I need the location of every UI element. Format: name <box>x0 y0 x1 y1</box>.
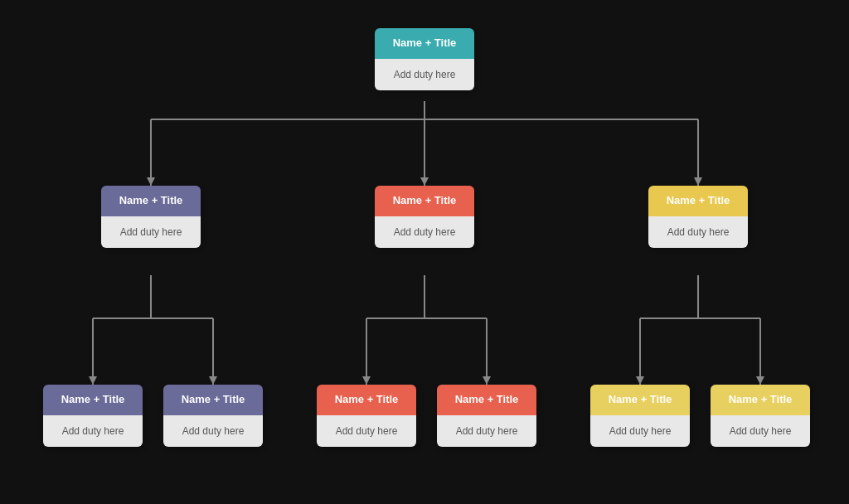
node-bot-lr[interactable]: Name + Title Add duty here <box>163 385 263 447</box>
node-root-body: Add duty here <box>375 59 474 90</box>
node-bot-ll-duty: Add duty here <box>62 425 124 437</box>
node-bot-cr-duty: Add duty here <box>456 425 518 437</box>
node-mid-left-header: Name + Title <box>101 186 201 216</box>
node-bot-cl-label: Name + Title <box>335 393 399 405</box>
node-bot-lr-label: Name + Title <box>182 393 245 405</box>
org-chart: Name + Title Add duty here Name + Title … <box>18 12 831 492</box>
node-mid-center-label: Name + Title <box>393 194 457 206</box>
node-bot-cr-header: Name + Title <box>437 385 536 415</box>
node-mid-center[interactable]: Name + Title Add duty here <box>375 186 474 248</box>
node-bot-rr[interactable]: Name + Title Add duty here <box>711 385 810 447</box>
node-bot-cl-body: Add duty here <box>317 415 416 447</box>
node-mid-right[interactable]: Name + Title Add duty here <box>648 186 748 248</box>
node-root-header: Name + Title <box>375 28 474 59</box>
node-root[interactable]: Name + Title Add duty here <box>375 28 474 90</box>
node-bot-rl[interactable]: Name + Title Add duty here <box>590 385 690 447</box>
node-bot-lr-body: Add duty here <box>163 415 263 447</box>
node-bot-lr-duty: Add duty here <box>182 425 245 437</box>
node-mid-left-body: Add duty here <box>101 216 201 248</box>
node-bot-rr-duty: Add duty here <box>730 425 792 437</box>
node-bot-rl-label: Name + Title <box>609 393 672 405</box>
node-bot-rl-body: Add duty here <box>590 415 690 447</box>
node-mid-right-body: Add duty here <box>648 216 748 248</box>
node-bot-cr-label: Name + Title <box>455 393 519 405</box>
node-mid-center-header: Name + Title <box>375 186 474 216</box>
node-bot-ll-header: Name + Title <box>43 385 143 415</box>
node-bot-rl-header: Name + Title <box>590 385 690 415</box>
node-mid-left[interactable]: Name + Title Add duty here <box>101 186 201 248</box>
node-mid-right-header: Name + Title <box>648 186 748 216</box>
node-bot-lr-header: Name + Title <box>163 385 263 415</box>
node-bot-ll[interactable]: Name + Title Add duty here <box>43 385 143 447</box>
node-bot-rr-body: Add duty here <box>711 415 810 447</box>
node-mid-right-label: Name + Title <box>667 194 730 206</box>
node-bot-ll-label: Name + Title <box>61 393 125 405</box>
node-root-duty: Add duty here <box>394 69 456 80</box>
node-mid-right-duty: Add duty here <box>667 226 730 238</box>
node-bot-cl[interactable]: Name + Title Add duty here <box>317 385 416 447</box>
node-bot-rr-header: Name + Title <box>711 385 810 415</box>
node-bot-cr[interactable]: Name + Title Add duty here <box>437 385 536 447</box>
node-bot-ll-body: Add duty here <box>43 415 143 447</box>
node-root-label: Name + Title <box>393 36 457 49</box>
node-bot-rr-label: Name + Title <box>729 393 793 405</box>
node-bot-cr-body: Add duty here <box>437 415 536 447</box>
node-mid-center-body: Add duty here <box>375 216 474 248</box>
node-bot-cl-duty: Add duty here <box>336 425 398 437</box>
node-mid-left-duty: Add duty here <box>120 226 182 238</box>
node-mid-center-duty: Add duty here <box>394 226 456 238</box>
node-mid-left-label: Name + Title <box>119 194 183 206</box>
node-bot-cl-header: Name + Title <box>317 385 416 415</box>
node-bot-rl-duty: Add duty here <box>609 425 672 437</box>
